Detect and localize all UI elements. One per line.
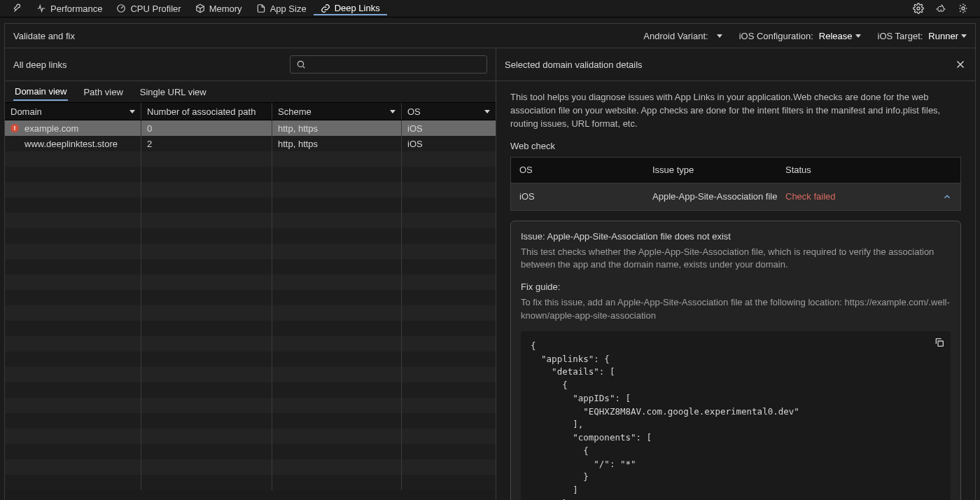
table-row (5, 475, 496, 490)
chevron-down-icon (855, 34, 861, 38)
tab-cpu-profiler[interactable]: CPU Profiler (109, 2, 188, 15)
chevron-up-icon (942, 192, 952, 202)
tab-label: Memory (209, 4, 242, 14)
wc-col-issue: Issue type (652, 165, 785, 175)
web-check-row[interactable]: iOS Apple-App-Site-Association file Chec… (510, 183, 961, 211)
tab-label: App Size (270, 4, 307, 14)
tool-icon-left[interactable] (6, 2, 29, 15)
table-row (5, 398, 496, 413)
cell-scheme: http, https (272, 136, 402, 151)
cell-os: iOS (402, 120, 496, 136)
table-row (5, 367, 496, 382)
left-panel-header: All deep links (5, 48, 496, 81)
table-row (5, 321, 496, 336)
column-domain[interactable]: Domain (5, 103, 141, 120)
fix-guide-description: To fix this issue, add an Apple-App-Site… (521, 296, 951, 323)
extension-icon[interactable] (930, 1, 952, 15)
chevron-down-icon (717, 34, 722, 38)
tab-memory[interactable]: Memory (188, 2, 249, 15)
table-row (5, 382, 496, 398)
tab-label: Deep Links (335, 3, 380, 13)
view-tabs: Domain view Path view Single URL view (5, 81, 496, 102)
wrench-icon (13, 4, 22, 13)
table-row (5, 197, 496, 213)
table-row (5, 259, 496, 275)
table-row (5, 167, 496, 182)
config-label: Android Variant: (643, 31, 708, 41)
file-icon (256, 4, 266, 13)
close-button[interactable] (954, 58, 967, 71)
table-row (5, 275, 496, 290)
cell-domain: !example.com (5, 120, 141, 136)
svg-point-1 (917, 7, 920, 10)
bug-icon[interactable] (952, 1, 974, 15)
column-scheme[interactable]: Scheme (272, 103, 402, 120)
table-row (5, 352, 496, 367)
collapse-button[interactable] (942, 192, 952, 202)
validate-title: Validate and fix (5, 31, 83, 41)
search-input[interactable] (290, 55, 487, 74)
copy-icon (934, 337, 945, 348)
link-icon (321, 4, 330, 13)
tab-deep-links[interactable]: Deep Links (314, 1, 387, 15)
tab-app-size[interactable]: App Size (249, 2, 314, 15)
search-icon (296, 60, 306, 69)
cell-scheme: http, https (272, 120, 402, 136)
table-row (5, 413, 496, 429)
column-paths[interactable]: Number of associated path (141, 103, 272, 120)
issue-title: Issue: Apple-App-Site-Association file d… (521, 231, 951, 242)
search-field[interactable] (310, 59, 481, 71)
svg-rect-4 (938, 341, 943, 346)
config-label: iOS Configuration: (739, 31, 813, 41)
config-label: iOS Target: (878, 31, 923, 41)
wc-row-status: Check failed (785, 191, 836, 202)
tab-path-view[interactable]: Path view (82, 84, 124, 100)
ios-configuration-dropdown[interactable]: iOS Configuration: Release (731, 31, 869, 41)
wc-col-status: Status (785, 165, 952, 175)
cube-icon (195, 4, 205, 13)
fix-guide-label: Fix guide: (521, 282, 951, 292)
validation-description: This tool helps you diagnose issues with… (510, 91, 961, 131)
table-row[interactable]: www.deeplinktest.store2http, httpsiOS (5, 136, 496, 151)
chevron-down-icon (130, 110, 135, 113)
code-snippet: { "applinks": { "details": [ { "appIDs":… (521, 331, 951, 500)
tab-performance[interactable]: Performance (29, 2, 109, 15)
left-panel: All deep links Domain view Path view Sin… (4, 48, 496, 500)
all-deep-links-label: All deep links (13, 60, 290, 70)
table-row (5, 459, 496, 475)
android-variant-dropdown[interactable]: Android Variant: (635, 31, 730, 41)
table-row (5, 244, 496, 259)
wc-row-os: iOS (519, 191, 652, 202)
table-row (5, 444, 496, 459)
deep-links-table: Domain Number of associated path Scheme … (5, 102, 496, 500)
table-row (5, 305, 496, 321)
top-tabs: Performance CPU Profiler Memory App Size… (0, 0, 980, 18)
tab-single-url-view[interactable]: Single URL view (139, 84, 208, 100)
right-panel-title: Selected domain validation details (505, 60, 954, 70)
tab-domain-view[interactable]: Domain view (13, 83, 68, 101)
table-row (5, 290, 496, 305)
right-panel-header: Selected domain validation details (496, 48, 975, 81)
web-check-label: Web check (510, 141, 961, 151)
wc-row-issue: Apple-App-Site-Association file (652, 191, 785, 202)
gauge-icon (116, 4, 126, 13)
settings-icon[interactable] (907, 1, 930, 15)
cell-paths: 2 (141, 136, 272, 151)
table-row[interactable]: !example.com0http, httpsiOS (5, 120, 496, 136)
chevron-down-icon (961, 34, 967, 38)
column-os[interactable]: OS (402, 103, 496, 120)
cell-paths: 0 (141, 120, 272, 136)
issue-detail-box: Issue: Apple-App-Site-Association file d… (510, 221, 961, 500)
tab-label: CPU Profiler (130, 4, 181, 14)
table-row (5, 213, 496, 228)
chevron-down-icon (484, 110, 490, 113)
svg-point-3 (298, 61, 303, 67)
tab-label: Performance (50, 4, 102, 14)
table-row (5, 336, 496, 352)
table-row (5, 228, 496, 244)
table-header: Domain Number of associated path Scheme … (5, 102, 496, 120)
ios-target-dropdown[interactable]: iOS Target: Runner (869, 31, 975, 41)
table-row (5, 429, 496, 444)
copy-button[interactable] (934, 337, 945, 348)
error-icon: ! (10, 124, 19, 132)
